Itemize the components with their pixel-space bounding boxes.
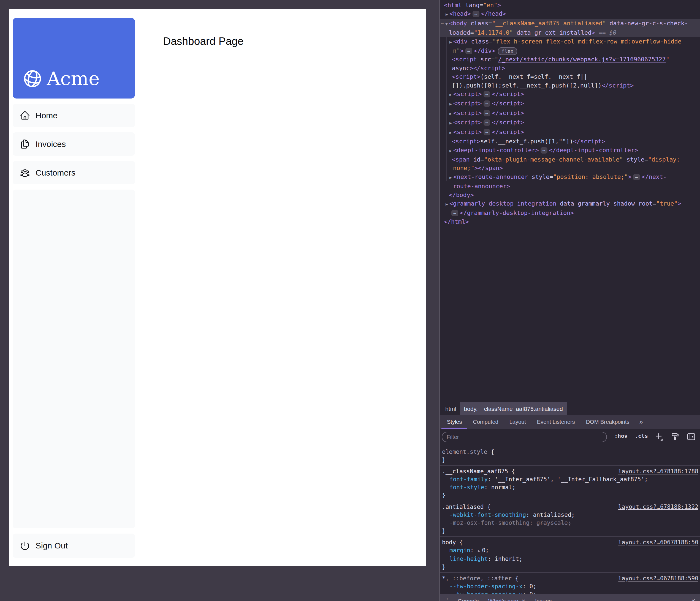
drawer-tab-what-s-new[interactable]: What's new✕: [488, 598, 526, 601]
dom-tree-node[interactable]: ▶<grammarly-desktop-integration data-gra…: [440, 199, 700, 209]
disclosure-arrow-icon[interactable]: ▶: [449, 173, 452, 182]
collapsed-content-button[interactable]: ⋯: [483, 129, 491, 135]
brand-text: Acme: [47, 69, 100, 88]
dock-right-icon: [686, 432, 696, 441]
sidebar-spacer: [12, 190, 135, 528]
dom-tree-node[interactable]: ▶<deepl-input-controller>⋯</deepl-input-…: [440, 146, 700, 155]
css-property[interactable]: -moz-osx-font-smoothing: grayscale;: [442, 519, 698, 527]
css-property[interactable]: line-height: inherit;: [442, 555, 698, 563]
dom-tree-node[interactable]: loaded="14.1174.0" data-gr-ext-installed…: [440, 28, 700, 37]
tab-dom-breakpoints[interactable]: DOM Breakpoints: [580, 415, 635, 429]
document-duplicate-icon: [20, 139, 30, 149]
dom-tree-node[interactable]: <script src="/_next/static/chunks/webpac…: [440, 55, 700, 63]
sidebar-item-label: Invoices: [35, 139, 66, 149]
disclosure-arrow-icon[interactable]: ▶: [449, 129, 452, 137]
dom-tree-node[interactable]: ▶<script>⋯</script>: [440, 128, 700, 137]
dom-tree-node[interactable]: </html>: [440, 217, 700, 226]
sign-out-button[interactable]: Sign Out: [12, 533, 135, 558]
collapsed-content-button[interactable]: ⋯: [483, 110, 491, 116]
elements-tree: <html lang="en">▶<head>⋯</head>⋯▼<body c…: [440, 1, 700, 226]
dom-tree-node[interactable]: ▶<script>⋯</script>: [440, 109, 700, 118]
breadcrumb-item[interactable]: html: [442, 402, 460, 415]
style-rule: .__className_aaf875 {layout.css?…678188:…: [440, 466, 700, 501]
tab-styles[interactable]: Styles: [442, 415, 467, 429]
expand-shorthand-icon[interactable]: ▶: [477, 548, 482, 553]
dom-tree-node[interactable]: ⋯</grammarly-desktop-integration>: [440, 209, 700, 217]
acme-logo-card[interactable]: Acme: [12, 18, 135, 99]
sidebar-item-invoices[interactable]: Invoices: [12, 132, 135, 156]
collapsed-content-button[interactable]: ⋯: [633, 174, 640, 180]
globe-icon: [20, 66, 45, 92]
dom-tree-node[interactable]: none;"></span>: [440, 164, 700, 172]
disclosure-arrow-icon[interactable]: ▶: [446, 200, 449, 209]
dom-tree-node[interactable]: ▶<script>⋯</script>: [440, 90, 700, 99]
close-tab-icon[interactable]: ✕: [521, 598, 526, 601]
dom-tree-node[interactable]: n">⋯</div>flex: [440, 47, 700, 55]
css-property[interactable]: -webkit-font-smoothing: antialiased;: [442, 511, 698, 519]
disclosure-arrow-icon[interactable]: ▶: [449, 90, 452, 99]
drawer-menu-icon[interactable]: ⋮: [444, 597, 451, 601]
more-tabs-icon[interactable]: »: [635, 415, 647, 429]
collapsed-content-button[interactable]: ⋯: [483, 100, 491, 107]
dom-tree-node[interactable]: ▶<div class="flex h-screen flex-col md:f…: [440, 37, 700, 47]
collapsed-content-button[interactable]: ⋯: [483, 120, 491, 126]
collapsed-content-button[interactable]: ⋯: [541, 147, 547, 154]
stylesheet-link[interactable]: layout.css?…678188:1322: [618, 503, 698, 511]
dom-tree-node[interactable]: async></script>: [440, 64, 700, 72]
sidebar-item-home[interactable]: Home: [12, 104, 135, 127]
disclosure-arrow-icon[interactable]: ▶: [446, 10, 449, 19]
dom-tree-node[interactable]: route-announcer>: [440, 182, 700, 190]
dom-tree-node[interactable]: </body>: [440, 191, 700, 199]
dom-tree-node[interactable]: []).push([0]);self.__next_f.push([2,null…: [440, 81, 700, 90]
dom-tree-node[interactable]: ⋯▼<body class="__className_aaf875 antial…: [440, 19, 700, 28]
styles-filter-input[interactable]: [442, 432, 607, 442]
collapsed-content-button[interactable]: ⋯: [466, 48, 472, 54]
drawer-tab-issues[interactable]: Issues: [535, 598, 552, 601]
element-classes-button[interactable]: .cls: [635, 433, 648, 439]
tab-event-listeners[interactable]: Event Listeners: [531, 415, 580, 429]
collapse-sidebar-button[interactable]: [686, 432, 696, 441]
disclosure-arrow-icon[interactable]: ▶: [449, 147, 452, 155]
dom-tree-node[interactable]: ▶<head>⋯</head>: [440, 9, 700, 19]
rule-selector[interactable]: element.style {: [442, 448, 698, 456]
disclosure-arrow-icon[interactable]: ▼: [445, 20, 448, 28]
css-property[interactable]: font-family: '__Inter_aaf875', '__Inter_…: [442, 475, 698, 484]
css-property[interactable]: --tw-border-spacing-x: 0;: [442, 582, 698, 591]
disclosure-arrow-icon[interactable]: ▶: [449, 119, 452, 127]
collapsed-content-button[interactable]: ⋯: [473, 11, 479, 17]
stylesheet-link[interactable]: layout.css?…678188:1788: [618, 468, 698, 475]
devtools-panel: <html lang="en">▶<head>⋯</head>⋯▼<body c…: [439, 0, 700, 601]
disclosure-arrow-icon[interactable]: ▶: [449, 38, 452, 47]
dom-tree-node[interactable]: ▶<next-route-announcer style="position: …: [440, 173, 700, 182]
node-options-icon[interactable]: ⋯: [441, 19, 445, 28]
user-group-icon: [20, 167, 30, 178]
disclosure-arrow-icon[interactable]: ▶: [449, 109, 452, 118]
tab-layout[interactable]: Layout: [504, 415, 531, 429]
power-icon: [20, 541, 30, 551]
collapsed-content-button[interactable]: ⋯: [451, 210, 458, 216]
dom-tree-node[interactable]: <span id="okta-plugin-message-channel-av…: [440, 155, 700, 164]
collapsed-content-button[interactable]: ⋯: [483, 91, 491, 98]
dom-tree-node[interactable]: <script>self.__next_f.push([1,""])</scri…: [440, 137, 700, 146]
flex-badge[interactable]: flex: [498, 47, 517, 55]
new-style-rule-button[interactable]: [654, 432, 664, 441]
css-property[interactable]: margin: ▶0;: [442, 547, 698, 555]
rendering-emulation-button[interactable]: [671, 432, 680, 441]
toggle-element-state-button[interactable]: :hov: [615, 433, 628, 439]
disclosure-arrow-icon[interactable]: ▶: [449, 100, 452, 108]
acme-logo: Acme: [22, 68, 100, 89]
dom-tree-node[interactable]: <script>(self.__next_f=self.__next_f||: [440, 72, 700, 81]
drawer-tab-console[interactable]: Console: [458, 598, 479, 601]
resource-link[interactable]: /_next/static/chunks/webpack.js?v=171696…: [498, 56, 666, 63]
dom-tree-node[interactable]: ▶<script>⋯</script>: [440, 118, 700, 127]
breadcrumb-item[interactable]: body.__className_aaf875.antialiased: [460, 402, 567, 415]
css-property[interactable]: font-style: normal;: [442, 484, 698, 492]
sidebar-item-customers[interactable]: Customers: [12, 161, 135, 184]
stylesheet-link[interactable]: layout.css?…0678188:590: [618, 575, 698, 582]
close-drawer-button[interactable]: ✕: [691, 598, 696, 601]
dom-tree-node[interactable]: ▶<script>⋯</script>: [440, 99, 700, 108]
stylesheet-link[interactable]: layout.css?…60678188:50: [618, 539, 698, 547]
tab-computed[interactable]: Computed: [467, 415, 504, 429]
dom-tree-node[interactable]: <html lang="en">: [440, 1, 700, 9]
style-rule: .antialiased {layout.css?…678188:1322-we…: [440, 501, 700, 537]
